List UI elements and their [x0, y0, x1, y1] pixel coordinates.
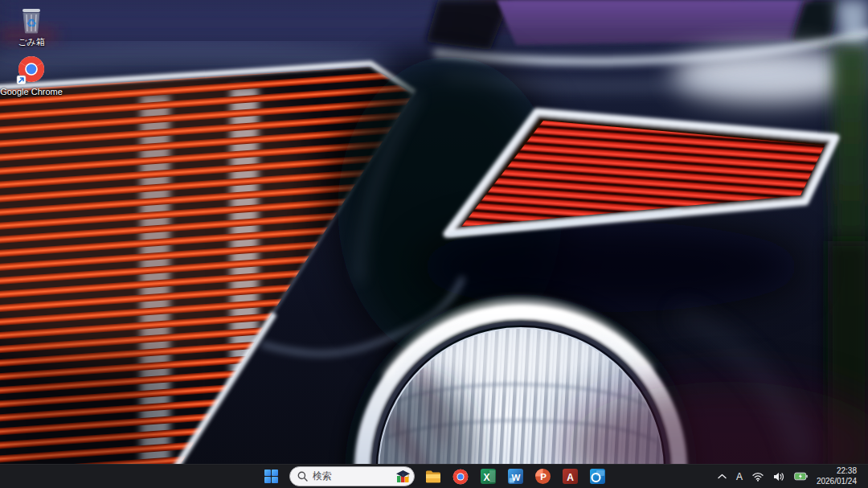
taskbar-app-access[interactable]: A — [558, 466, 582, 487]
access-icon: A — [562, 468, 579, 485]
taskbar-clock[interactable]: 22:38 2026/01/24 — [813, 466, 860, 486]
search-icon — [297, 471, 308, 482]
desktop-icon-area: ♻ ごみ箱 Google Chrome — [2, 3, 61, 96]
search-highlight-thumbnail-icon — [395, 469, 411, 484]
system-tray: A — [714, 465, 868, 488]
search-placeholder: 検索 — [313, 470, 390, 483]
taskbar-app-chrome[interactable] — [448, 466, 473, 487]
chevron-up-icon — [718, 474, 727, 479]
chrome-taskbar-icon — [452, 468, 469, 486]
svg-text:♻: ♻ — [26, 16, 36, 31]
word-icon: W — [507, 468, 524, 485]
taskbar-search-box[interactable]: 検索 — [289, 466, 415, 486]
battery-charging-icon — [794, 472, 808, 481]
powerpoint-icon: P — [534, 468, 551, 485]
recycle-bin-icon: ♻ — [15, 3, 47, 35]
outlook-icon — [589, 468, 606, 485]
clock-time: 22:38 — [817, 466, 857, 477]
svg-text:W: W — [511, 473, 520, 482]
ime-mode-indicator[interactable]: A — [732, 466, 747, 487]
speaker-icon — [773, 472, 784, 482]
wallpaper-classic-car-image — [0, 0, 868, 488]
shortcut-arrow-overlay — [17, 76, 26, 84]
taskbar-app-excel[interactable]: X — [476, 466, 500, 487]
recycle-bin-label: ごみ箱 — [18, 37, 45, 47]
file-explorer-icon — [424, 468, 442, 486]
tray-overflow-button[interactable] — [714, 466, 731, 487]
clock-date: 2026/01/24 — [817, 477, 857, 487]
ime-mode-label: A — [736, 471, 743, 482]
svg-text:P: P — [540, 472, 547, 482]
chrome-shortcut-label: Google Chrome — [0, 87, 63, 96]
wifi-icon — [752, 472, 764, 482]
svg-text:A: A — [567, 472, 574, 483]
battery-button[interactable] — [790, 466, 812, 487]
volume-button[interactable] — [769, 466, 788, 487]
windows-logo-icon — [264, 470, 278, 483]
network-button[interactable] — [748, 466, 768, 487]
recycle-bin-shortcut[interactable]: ♻ ごみ箱 — [2, 3, 61, 47]
taskbar: 検索 — [0, 464, 868, 488]
desktop-screen: ♻ ごみ箱 Google Chrome — [0, 0, 868, 488]
excel-icon: X — [480, 468, 497, 485]
taskbar-app-outlook[interactable] — [585, 466, 609, 487]
svg-text:X: X — [483, 472, 489, 483]
taskbar-center-group: 検索 — [259, 465, 609, 488]
chrome-icon — [16, 55, 47, 85]
taskbar-app-powerpoint[interactable]: P — [530, 466, 555, 487]
taskbar-app-file-explorer[interactable] — [421, 466, 445, 487]
google-chrome-shortcut[interactable]: Google Chrome — [2, 55, 61, 96]
start-button[interactable] — [259, 466, 283, 487]
taskbar-app-word[interactable]: W — [503, 466, 527, 487]
